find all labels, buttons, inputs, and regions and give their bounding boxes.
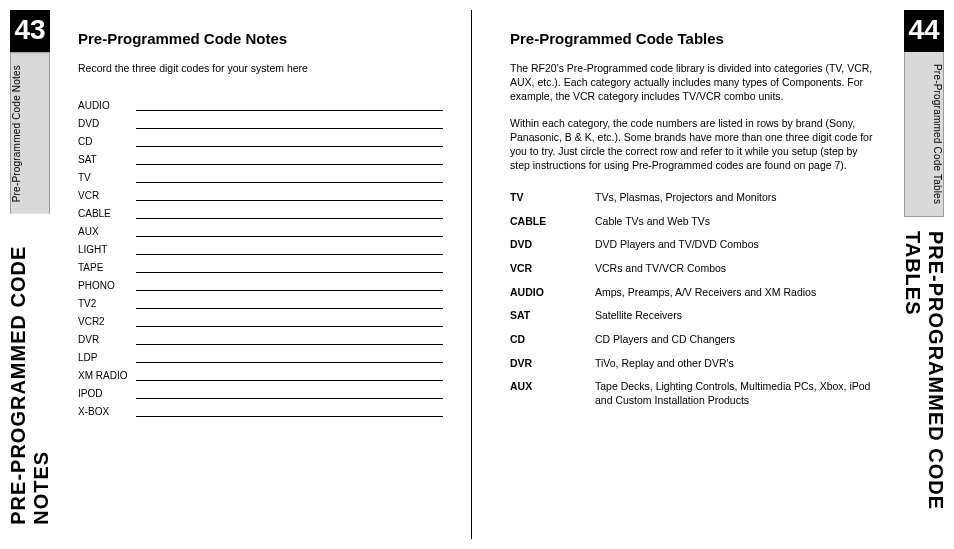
category-row: CDCD Players and CD Changers <box>510 328 876 352</box>
code-fields: AUDIODVDCDSATTVVCRCABLEAUXLIGHTTAPEPHONO… <box>78 93 443 417</box>
code-field-line <box>136 135 443 147</box>
code-field-label: VCR2 <box>78 316 136 327</box>
code-field-label: AUDIO <box>78 100 136 111</box>
code-field-label: TV <box>78 172 136 183</box>
code-field-label: PHONO <box>78 280 136 291</box>
code-field-line <box>136 369 443 381</box>
code-field-label: VCR <box>78 190 136 201</box>
code-field-line <box>136 117 443 129</box>
code-field-label: CABLE <box>78 208 136 219</box>
category-row: CABLECable TVs and Web TVs <box>510 210 876 234</box>
category-row: AUXTape Decks, Lighting Controls, Multim… <box>510 375 876 412</box>
code-field-row: TAPE <box>78 255 443 273</box>
category-key: DVR <box>510 357 595 371</box>
code-field-line <box>136 153 443 165</box>
category-desc: Tape Decks, Lighting Controls, Multimedi… <box>595 380 876 407</box>
margin-tab-left: Pre-Programmed Code Notes <box>10 52 50 214</box>
left-sidebar: 43 Pre-Programmed Code Notes PRE-PROGRAM… <box>10 10 50 539</box>
code-field-line <box>136 297 443 309</box>
section-title-left: PRE-PROGRAMMED CODE NOTES <box>10 214 50 539</box>
category-row: SATSatellite Receivers <box>510 304 876 328</box>
right-sidebar: 44 Pre-Programmed Code Tables PRE-PROGRA… <box>904 10 944 539</box>
code-field-line <box>136 99 443 111</box>
category-key: SAT <box>510 309 595 323</box>
category-row: AUDIOAmps, Preamps, A/V Receivers and XM… <box>510 281 876 305</box>
category-table: TVTVs, Plasmas, Projectors and MonitorsC… <box>510 186 876 412</box>
category-key: TV <box>510 191 595 205</box>
code-field-row: DVR <box>78 327 443 345</box>
code-field-line <box>136 351 443 363</box>
category-key: VCR <box>510 262 595 276</box>
code-field-label: LDP <box>78 352 136 363</box>
category-key: CABLE <box>510 215 595 229</box>
code-field-row: LDP <box>78 345 443 363</box>
code-field-row: IPOD <box>78 381 443 399</box>
code-field-label: DVR <box>78 334 136 345</box>
code-field-label: XM RADIO <box>78 370 136 381</box>
category-desc: Amps, Preamps, A/V Receivers and XM Radi… <box>595 286 876 300</box>
code-field-row: LIGHT <box>78 237 443 255</box>
code-field-line <box>136 189 443 201</box>
category-key: CD <box>510 333 595 347</box>
code-field-label: LIGHT <box>78 244 136 255</box>
code-field-line <box>136 315 443 327</box>
right-para2: Within each category, the code numbers a… <box>510 116 876 173</box>
page-43: 43 Pre-Programmed Code Notes PRE-PROGRAM… <box>10 10 472 539</box>
left-content: Pre-Programmed Code Notes Record the thr… <box>50 10 471 539</box>
code-field-row: X-BOX <box>78 399 443 417</box>
code-field-label: CD <box>78 136 136 147</box>
category-desc: DVD Players and TV/DVD Combos <box>595 238 876 252</box>
code-field-row: XM RADIO <box>78 363 443 381</box>
code-field-row: AUDIO <box>78 93 443 111</box>
left-intro: Record the three digit codes for your sy… <box>78 61 443 75</box>
code-field-line <box>136 225 443 237</box>
category-row: DVRTiVo, Replay and other DVR's <box>510 352 876 376</box>
code-field-row: PHONO <box>78 273 443 291</box>
category-row: VCRVCRs and TV/VCR Combos <box>510 257 876 281</box>
page-number-44: 44 <box>904 10 944 52</box>
code-field-row: DVD <box>78 111 443 129</box>
code-field-line <box>136 171 443 183</box>
right-content: Pre-Programmed Code Tables The RF20's Pr… <box>482 10 904 539</box>
code-field-row: SAT <box>78 147 443 165</box>
margin-tab-right: Pre-Programmed Code Tables <box>904 52 944 217</box>
code-field-label: X-BOX <box>78 406 136 417</box>
code-field-line <box>136 387 443 399</box>
category-desc: CD Players and CD Changers <box>595 333 876 347</box>
code-field-label: AUX <box>78 226 136 237</box>
page-number-43: 43 <box>10 10 50 52</box>
right-heading: Pre-Programmed Code Tables <box>510 30 876 47</box>
code-field-line <box>136 207 443 219</box>
code-field-line <box>136 243 443 255</box>
code-field-row: VCR <box>78 183 443 201</box>
code-field-label: SAT <box>78 154 136 165</box>
category-desc: TVs, Plasmas, Projectors and Monitors <box>595 191 876 205</box>
code-field-row: TV2 <box>78 291 443 309</box>
code-field-line <box>136 333 443 345</box>
category-desc: Satellite Receivers <box>595 309 876 323</box>
category-desc: TiVo, Replay and other DVR's <box>595 357 876 371</box>
category-row: DVDDVD Players and TV/DVD Combos <box>510 233 876 257</box>
page-44: Pre-Programmed Code Tables The RF20's Pr… <box>482 10 944 539</box>
right-para1: The RF20's Pre-Programmed code library i… <box>510 61 876 104</box>
category-key: AUX <box>510 380 595 407</box>
code-field-label: TAPE <box>78 262 136 273</box>
category-desc: Cable TVs and Web TVs <box>595 215 876 229</box>
category-desc: VCRs and TV/VCR Combos <box>595 262 876 276</box>
category-key: DVD <box>510 238 595 252</box>
code-field-row: CD <box>78 129 443 147</box>
left-heading: Pre-Programmed Code Notes <box>78 30 443 47</box>
code-field-row: VCR2 <box>78 309 443 327</box>
section-title-right: PRE-PROGRAMMED CODE TABLES <box>904 217 944 539</box>
code-field-row: AUX <box>78 219 443 237</box>
category-key: AUDIO <box>510 286 595 300</box>
category-row: TVTVs, Plasmas, Projectors and Monitors <box>510 186 876 210</box>
code-field-row: TV <box>78 165 443 183</box>
code-field-label: TV2 <box>78 298 136 309</box>
code-field-line <box>136 405 443 417</box>
code-field-label: IPOD <box>78 388 136 399</box>
code-field-line <box>136 261 443 273</box>
code-field-line <box>136 279 443 291</box>
code-field-label: DVD <box>78 118 136 129</box>
code-field-row: CABLE <box>78 201 443 219</box>
